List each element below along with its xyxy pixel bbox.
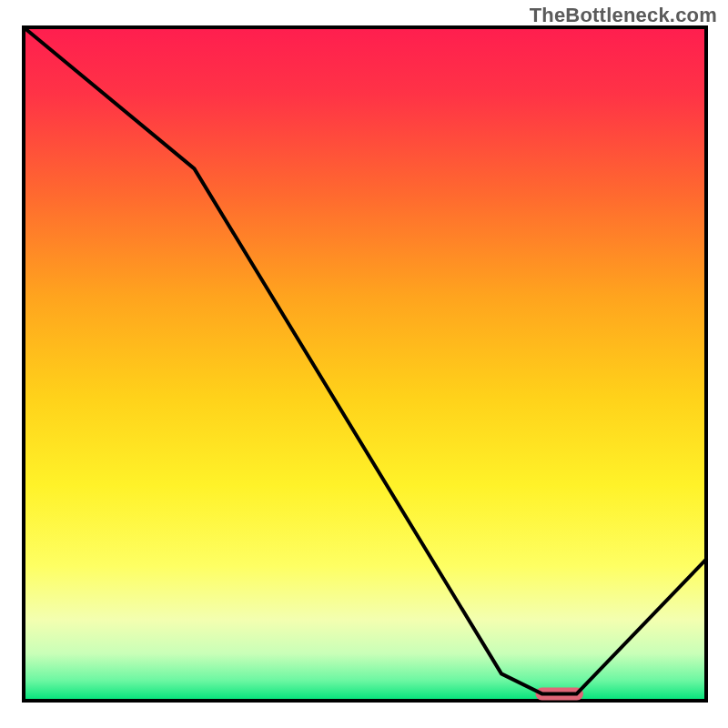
bottleneck-chart (0, 0, 728, 728)
heat-gradient (24, 27, 706, 701)
attribution-label: TheBottleneck.com (530, 4, 717, 27)
chart-container: { "attribution": "TheBottleneck.com", "c… (0, 0, 728, 728)
